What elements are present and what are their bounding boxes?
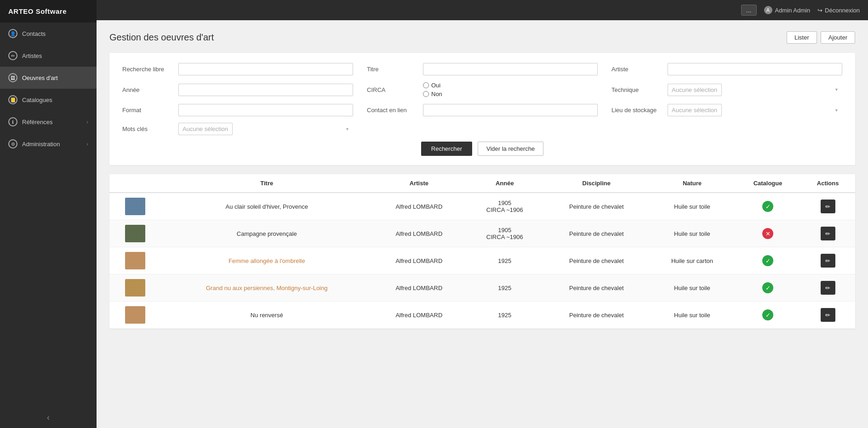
lister-button[interactable]: Lister [787, 31, 817, 44]
sidebar-item-artistes[interactable]: ✏ Artistes [0, 45, 97, 67]
artwork-thumbnail [125, 198, 145, 215]
artwork-discipline-cell: Peinture de chevalet [543, 247, 649, 274]
topbar-logout-button[interactable]: ↪ Déconnexion [817, 7, 860, 14]
artwork-titre-cell: Au clair soleil d'hiver, Provence [161, 193, 372, 220]
user-avatar-icon: A [764, 6, 772, 14]
page-header: Gestion des oeuvres d'art Lister Ajouter [109, 31, 855, 44]
artwork-nature-cell: Huile sur toile [649, 220, 735, 247]
artwork-actions-cell: ✏ [800, 247, 855, 274]
lieu-stockage-select[interactable]: Aucune sélection [668, 104, 722, 116]
circa-oui-radio[interactable] [423, 82, 429, 88]
edit-artwork-button[interactable]: ✏ [821, 281, 835, 295]
sidebar-item-administration[interactable]: ⚙ Administration › [0, 133, 97, 155]
ajouter-button[interactable]: Ajouter [821, 31, 855, 44]
topbar-user: A Admin Admin [764, 6, 811, 14]
sidebar-label-artistes: Artistes [22, 52, 42, 59]
sidebar-label-oeuvres: Oeuvres d'art [22, 74, 58, 81]
search-row-titre: Titre [367, 63, 598, 75]
technique-select[interactable]: Aucune sélection [668, 84, 722, 96]
mots-cles-select[interactable]: Aucune sélection [178, 123, 233, 135]
artwork-annee-cell: 1905 CIRCA ~1906 [466, 193, 543, 220]
artwork-thumb-cell [109, 220, 161, 247]
circa-non-text: Non [431, 91, 442, 97]
artwork-annee-cell: 1925 [466, 247, 543, 274]
col-header-thumb [109, 174, 161, 193]
catalogue-green-badge: ✓ [762, 309, 773, 320]
sidebar-label-contacts: Contacts [22, 30, 46, 37]
circa-non-label[interactable]: Non [423, 91, 442, 97]
format-label: Format [122, 107, 173, 114]
edit-artwork-button[interactable]: ✏ [821, 200, 835, 213]
artwork-titre-cell: Campagne provençale [161, 220, 372, 247]
artwork-titre-cell: Nu renversé [161, 302, 372, 329]
col-header-catalogue: Catalogue [735, 174, 800, 193]
artwork-nature-cell: Huile sur toile [649, 193, 735, 220]
artwork-artiste-cell: Alfred LOMBARD [372, 247, 466, 274]
artwork-thumb-cell [109, 302, 161, 329]
artwork-nature-cell: Huile sur toile [649, 274, 735, 302]
artwork-catalogue-cell: ✓ [735, 247, 800, 274]
recherche-libre-input[interactable] [178, 63, 353, 75]
chevron-right-icon-2: › [86, 141, 88, 147]
circa-oui-label[interactable]: Oui [423, 82, 442, 89]
circa-label: CIRCA [367, 86, 417, 93]
annee-input[interactable] [178, 84, 353, 96]
references-icon: ℹ [8, 117, 17, 126]
topbar-user-label: Admin Admin [775, 7, 811, 14]
artwork-titre-link[interactable]: Grand nu aux persiennes, Montigny-sur-Lo… [206, 285, 327, 291]
oeuvres-icon: 🖼 [8, 73, 17, 82]
artwork-annee-cell: 1925 [466, 302, 543, 329]
edit-artwork-button[interactable]: ✏ [821, 227, 835, 240]
sidebar: ARTEO Software 👤 Contacts ✏ Artistes 🖼 O… [0, 0, 97, 428]
search-row-recherche-libre: Recherche libre [122, 63, 353, 75]
table-header-row: Titre Artiste Année Discipline Nature Ca… [109, 174, 855, 193]
artwork-artiste-cell: Alfred LOMBARD [372, 274, 466, 302]
table-body: Au clair soleil d'hiver, ProvenceAlfred … [109, 193, 855, 329]
table-row: Campagne provençaleAlfred LOMBARD1905 CI… [109, 220, 855, 247]
artwork-actions-cell: ✏ [800, 220, 855, 247]
mots-cles-label: Mots clés [122, 126, 173, 132]
sidebar-item-contacts[interactable]: 👤 Contacts [0, 23, 97, 45]
page-title: Gestion des oeuvres d'art [109, 32, 214, 43]
col-header-annee: Année [466, 174, 543, 193]
technique-select-wrapper: Aucune sélection [668, 84, 842, 96]
format-input[interactable] [178, 104, 353, 116]
search-row-contact: Contact en lien [367, 104, 598, 116]
artwork-annee-cell: 1925 [466, 274, 543, 302]
artwork-titre-link[interactable]: Femme allongée à l'ombrelle [228, 257, 305, 264]
artwork-thumb-cell [109, 193, 161, 220]
rechercher-button[interactable]: Rechercher [421, 142, 472, 156]
artiste-input[interactable] [668, 63, 842, 75]
edit-artwork-button[interactable]: ✏ [821, 254, 835, 268]
artiste-label: Artiste [611, 66, 662, 73]
table-row: Nu renverséAlfred LOMBARD1925Peinture de… [109, 302, 855, 329]
col-header-nature: Nature [649, 174, 735, 193]
sidebar-collapse-button[interactable]: ‹ [0, 407, 97, 428]
circa-oui-text: Oui [431, 82, 440, 89]
sidebar-item-oeuvres[interactable]: 🖼 Oeuvres d'art [0, 67, 97, 89]
artwork-artiste-cell: Alfred LOMBARD [372, 220, 466, 247]
col-header-titre: Titre [161, 174, 372, 193]
artwork-thumb-cell [109, 247, 161, 274]
search-actions: Rechercher Vider la recherche [122, 142, 842, 156]
vider-recherche-button[interactable]: Vider la recherche [478, 142, 543, 156]
edit-artwork-button[interactable]: ✏ [821, 308, 835, 322]
search-row-technique: Technique Aucune sélection [611, 82, 842, 97]
lieu-stockage-label: Lieu de stockage [611, 107, 662, 114]
lieu-stockage-select-wrapper: Aucune sélection [668, 104, 842, 116]
administration-icon: ⚙ [8, 139, 17, 148]
col-header-discipline: Discipline [543, 174, 649, 193]
titre-input[interactable] [423, 63, 598, 75]
artwork-thumbnail [125, 306, 145, 324]
sidebar-item-references[interactable]: ℹ Références › [0, 111, 97, 133]
chevron-right-icon: › [86, 119, 88, 125]
sidebar-label-administration: Administration [22, 141, 60, 148]
contact-lien-input[interactable] [423, 104, 598, 116]
topbar-dots-button[interactable]: ... [741, 5, 757, 16]
table-panel: Titre Artiste Année Discipline Nature Ca… [109, 174, 855, 329]
recherche-libre-label: Recherche libre [122, 66, 173, 73]
mots-cles-select-wrapper: Aucune sélection [178, 123, 353, 135]
circa-non-radio[interactable] [423, 91, 429, 97]
topbar: ... A Admin Admin ↪ Déconnexion [97, 0, 868, 20]
sidebar-item-catalogues[interactable]: 📒 Catalogues [0, 89, 97, 111]
